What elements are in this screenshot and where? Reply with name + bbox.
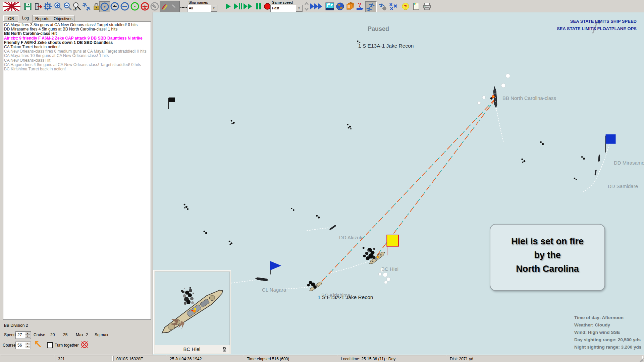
- fire-control-panel: [160, 1, 180, 12]
- condition-night-sighting: Night sighting range: 3,200 yds: [574, 345, 641, 350]
- status-cell-id: 321: [55, 356, 113, 361]
- zoom-x5-button[interactable]: x5: [72, 1, 82, 11]
- status-cell-time-elapsed: Time elapsed 516 (600): [244, 356, 337, 361]
- ship-cl-nagara[interactable]: [255, 277, 269, 282]
- view-main-button[interactable]: [99, 1, 110, 12]
- ship-preview-view: [155, 272, 230, 345]
- battle-log-list[interactable]: CA Maya fires 3 8in guns at CA New Orlea…: [3, 21, 151, 320]
- lock-icon[interactable]: [222, 346, 227, 352]
- target-crosshair-icon[interactable]: [80, 340, 89, 351]
- tactical-map[interactable]: Paused 1 S E13A-1 Jake Recon BB North Ca…: [153, 12, 644, 355]
- ship-dd-mirasame[interactable]: [598, 154, 600, 162]
- dropdown-arrow-icon[interactable]: ▼: [296, 5, 302, 12]
- label-jake-recon-bottom: 1 S E13A-1 Jake Recon: [318, 294, 373, 300]
- turn-together-label: Turn together: [55, 343, 79, 348]
- world-map-button[interactable]: [335, 1, 345, 11]
- dropdown-arrow-icon[interactable]: ▼: [211, 5, 217, 12]
- division-flag-black[interactable]: [169, 98, 175, 109]
- torpedo-toggle-button[interactable]: [169, 1, 179, 11]
- log-entry: BB North Carolina-class Hit: [3, 32, 151, 36]
- spin-up-icon[interactable]: ▲: [25, 342, 30, 345]
- resize-grip[interactable]: [639, 357, 644, 362]
- ship-preview-titlebar: BC Hiei: [155, 345, 229, 353]
- speed-stepper[interactable]: [304, 1, 309, 11]
- svg-text:?: ?: [404, 4, 407, 9]
- condition-wind: Wind: High wind SSE: [574, 330, 620, 335]
- tab-log[interactable]: Log: [18, 15, 33, 23]
- cruise-speed-alt-value: 25: [63, 333, 67, 337]
- game-speed-label: Game speed: [272, 0, 304, 4]
- print-button[interactable]: [422, 1, 432, 11]
- ship-names-label: Ship names: [189, 0, 218, 4]
- condition-weather: Weather: Cloudy: [574, 322, 610, 327]
- exit-button[interactable]: [33, 1, 43, 11]
- air-combat-button[interactable]: [388, 1, 398, 11]
- view-ship-button[interactable]: [110, 1, 120, 11]
- svg-text:?: ?: [358, 2, 361, 8]
- help-button[interactable]: ?: [400, 1, 411, 11]
- view-air-range-button[interactable]: [140, 1, 150, 11]
- japan-flag-icon: [3, 1, 21, 11]
- ship-bb-north-carolina[interactable]: [489, 86, 497, 112]
- game-window: x5: [0, 0, 644, 362]
- status-cell-local-time: Local time: 25 15:36 (11) : Day: [338, 356, 446, 361]
- selection-marker[interactable]: [387, 235, 398, 246]
- log-entry: CA Maya fires 10 8in guns at CA New Orle…: [3, 54, 151, 58]
- note-line: North Carolina: [490, 262, 604, 276]
- dots-button[interactable]: [180, 1, 187, 11]
- turn-together-checkbox[interactable]: [47, 342, 53, 348]
- svg-text:x5: x5: [73, 8, 76, 11]
- spin-down-icon[interactable]: ▼: [25, 335, 30, 338]
- course-arrow-icon: [34, 340, 43, 351]
- label-cl-nagara: CL Nagara: [262, 287, 286, 293]
- view-gun-range-button[interactable]: [120, 1, 130, 11]
- event-note: Hiei is set on fire by the North Carolin…: [490, 224, 605, 291]
- ship-names-group: Ship names All▼: [187, 0, 218, 12]
- speed-stepper-input[interactable]: 27 ▲▼: [15, 331, 31, 339]
- weather-button[interactable]: [325, 1, 335, 11]
- status-cell-distance: Dist: 2071 yd: [447, 356, 643, 361]
- gunnery-lines: [318, 98, 496, 286]
- game-speed-dropdown[interactable]: Fast▼: [270, 5, 303, 12]
- reports-cards-button[interactable]: [345, 1, 355, 11]
- turbo-speed-button[interactable]: [310, 1, 323, 11]
- step-button[interactable]: [233, 1, 243, 11]
- cruise-label: Cruise: [34, 333, 45, 337]
- division-flag-blue-pennant[interactable]: [270, 261, 281, 275]
- gunfire-toggle-button[interactable]: [160, 1, 169, 11]
- division-flag-blue[interactable]: [606, 134, 616, 153]
- ship-dd-samidare[interactable]: [594, 169, 597, 176]
- condition-day-sighting: Day sighting range: 20,500 yds: [574, 337, 641, 342]
- view-torpedo-range-button[interactable]: [150, 1, 160, 11]
- plane-distance-icon[interactable]: [82, 1, 92, 11]
- save-button[interactable]: [23, 1, 33, 11]
- view-spot-range-button[interactable]: [130, 1, 140, 11]
- status-bar: 321 0810S 16328E 25 Jul 04:36 1942 Time …: [0, 355, 644, 362]
- course-stepper-input[interactable]: 56 ▲▼: [15, 342, 31, 349]
- course-label: Course: [3, 343, 16, 348]
- ship-names-dropdown[interactable]: All▼: [187, 5, 217, 12]
- note-line: Hiei is set on fire: [490, 235, 604, 248]
- fast-forward-button[interactable]: [243, 1, 253, 11]
- ship-dd-akizuki[interactable]: [328, 224, 337, 231]
- settings-gear-button[interactable]: [43, 1, 53, 11]
- side-panel: OB Log Reports Objectives CA Maya fires …: [0, 12, 153, 355]
- log-entry: Air cbt: 9 friendly F A6M-2 Zeke CAP att…: [3, 36, 151, 41]
- air-operations-button[interactable]: [365, 1, 377, 12]
- zoom-in-button[interactable]: [53, 1, 63, 11]
- zoom-out-button[interactable]: [63, 1, 73, 11]
- label-dd-akizuki: DD Akizuki: [339, 235, 364, 240]
- label-dd-samidare: DD Samidare: [608, 183, 638, 189]
- log-entry: BC Kirishima Turret back in action!: [3, 67, 151, 71]
- ship-preview-window: BC Hiei: [153, 270, 231, 354]
- division-title: BB Division 2: [4, 323, 28, 328]
- squadron-max-label: Sq max: [95, 333, 108, 337]
- ship-info-button[interactable]: ?: [355, 1, 365, 11]
- spin-up-icon[interactable]: ▲: [25, 332, 30, 335]
- spin-down-icon[interactable]: ▼: [25, 345, 30, 348]
- notes-button[interactable]: [411, 1, 421, 11]
- air-config-button[interactable]: [378, 1, 388, 11]
- log-entry: CA New Orleans-class Hit: [3, 58, 151, 63]
- label-bb-north-carolina: BB North Carolina-class: [502, 95, 556, 101]
- play-button[interactable]: [223, 1, 233, 11]
